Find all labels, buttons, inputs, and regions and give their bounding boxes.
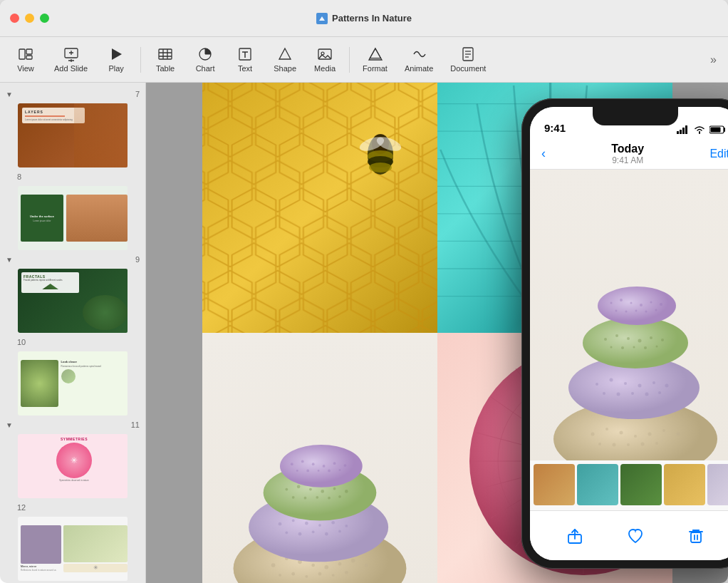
toolbar-media[interactable]: Media	[306, 42, 343, 77]
svg-point-134	[605, 428, 608, 430]
svg-point-68	[305, 522, 308, 525]
svg-marker-25	[370, 48, 380, 58]
slide-thumb-12[interactable]: Mirror, mirror Reflections found in natu…	[16, 515, 129, 582]
thumb-5[interactable]	[707, 464, 728, 505]
svg-point-84	[291, 496, 294, 499]
text-icon	[237, 46, 253, 62]
svg-point-163	[661, 339, 664, 341]
collapse-icon-11[interactable]: ▼	[6, 421, 13, 429]
toolbar-view[interactable]: View	[7, 42, 44, 77]
shape-icon	[277, 46, 293, 62]
phone-action-toolbar	[530, 510, 728, 560]
toolbar-more-button[interactable]: »	[706, 49, 721, 71]
fullscreen-button[interactable]	[40, 14, 49, 23]
toolbar-add-slide[interactable]: Add Slide	[47, 42, 95, 77]
toolbar-separator-1	[140, 47, 141, 73]
media-icon	[317, 46, 333, 62]
svg-rect-128	[682, 128, 685, 134]
slide-number-10: 10	[17, 338, 26, 346]
svg-point-136	[634, 435, 637, 438]
svg-point-162	[650, 336, 652, 339]
svg-point-76	[338, 530, 341, 533]
signal-icon	[677, 125, 690, 134]
phone-edit-button[interactable]: Edit	[709, 148, 728, 160]
toolbar-table[interactable]: Table	[147, 42, 184, 77]
svg-rect-10	[159, 49, 172, 59]
wifi-icon	[694, 125, 705, 134]
slide-header-8: 8	[0, 171, 145, 182]
svg-point-80	[309, 488, 312, 491]
slide-thumb-10[interactable]: Look closer Romanesco broccoli patterns …	[16, 350, 129, 417]
battery-icon	[709, 125, 727, 134]
trash-button[interactable]	[686, 526, 706, 546]
slide-preview-11: SYMMETRIES ✳ Symmetries observed in natu…	[18, 434, 129, 498]
share-button[interactable]	[565, 526, 585, 546]
phone-screen: 9:41	[530, 107, 728, 560]
svg-point-75	[325, 532, 328, 536]
svg-point-90	[290, 463, 293, 465]
svg-point-38	[369, 162, 392, 172]
svg-point-177	[625, 311, 628, 313]
format-icon	[368, 46, 383, 62]
thumb-3[interactable]	[620, 464, 662, 505]
collapse-icon-7[interactable]: ▼	[6, 91, 13, 98]
slide-thumb-7[interactable]: LAYERS Lorem ipsum dolor sit amet consec…	[16, 102, 129, 169]
svg-marker-9	[112, 48, 122, 60]
slide-thumb-8[interactable]: Under the surface Lorem ipsum dolor	[16, 185, 129, 252]
svg-point-176	[615, 310, 618, 312]
close-button[interactable]	[10, 14, 19, 23]
svg-point-141	[613, 443, 616, 447]
phone-time: 9:41	[544, 122, 566, 134]
toolbar-document[interactable]: Document	[443, 42, 493, 77]
thumb-1[interactable]	[534, 464, 575, 505]
svg-point-82	[333, 487, 336, 490]
svg-point-72	[285, 531, 288, 534]
svg-point-93	[322, 465, 325, 468]
toolbar-animate[interactable]: Animate	[397, 42, 440, 77]
svg-point-91	[301, 460, 303, 463]
svg-point-165	[621, 346, 624, 349]
slide-preview-9: FRACTALS Fractal patterns repeat at diff…	[18, 269, 129, 333]
slide-thumb-11[interactable]: SYMMETRIES ✳ Symmetries observed in natu…	[16, 433, 129, 500]
svg-point-139	[677, 433, 680, 436]
grid-cell-bottom-left	[202, 333, 437, 583]
slide-group-9: ▼ 9 FRACTALS Fractal patterns repeat at …	[0, 254, 145, 334]
toolbar-shape[interactable]: Shape	[266, 42, 303, 77]
phone-nav-center: Today 9:41 AM	[546, 143, 709, 165]
svg-point-61	[305, 575, 308, 578]
svg-point-148	[624, 382, 627, 385]
slide-number-9: 9	[135, 255, 140, 264]
svg-point-60	[291, 572, 295, 576]
svg-rect-2	[26, 49, 32, 54]
svg-point-98	[317, 470, 319, 472]
svg-rect-1	[19, 49, 25, 59]
svg-point-62	[318, 572, 321, 576]
svg-point-100	[338, 469, 340, 471]
svg-point-154	[631, 392, 634, 395]
heart-button[interactable]	[625, 526, 645, 546]
toolbar-text[interactable]: Text	[227, 42, 264, 77]
slide-header-10: 10	[0, 336, 145, 348]
slide-number-7: 7	[135, 90, 140, 98]
slide-header-12: 12	[0, 502, 145, 513]
collapse-icon-9[interactable]: ▼	[6, 256, 13, 264]
svg-point-89	[280, 445, 363, 487]
toolbar-chart[interactable]: Chart	[187, 42, 224, 77]
thumb-2[interactable]	[577, 464, 618, 505]
thumb-4[interactable]	[664, 464, 705, 505]
minimize-button[interactable]	[25, 14, 34, 23]
svg-point-79	[296, 485, 300, 489]
toolbar-separator-2	[349, 47, 350, 73]
svg-point-158	[604, 338, 607, 341]
svg-point-137	[648, 433, 652, 436]
toolbar-format[interactable]: Format	[355, 42, 395, 77]
window-title: Patterns In Nature	[316, 13, 412, 24]
chart-icon	[197, 46, 213, 62]
svg-point-166	[633, 346, 635, 349]
toolbar-play[interactable]: Play	[98, 42, 135, 77]
svg-point-51	[271, 563, 275, 567]
toolbar: View Add Slide Play	[0, 37, 728, 83]
svg-point-87	[328, 497, 331, 500]
main-area: ▼ 7 LAYERS Lorem ipsum dolor sit amet co…	[0, 83, 728, 583]
slide-thumb-9[interactable]: FRACTALS Fractal patterns repeat at diff…	[16, 267, 129, 334]
